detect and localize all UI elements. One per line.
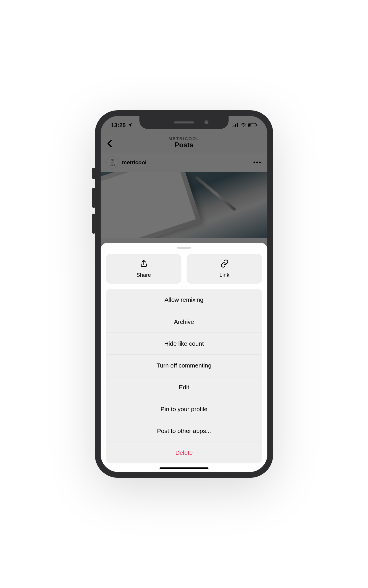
- menu-item-edit[interactable]: Edit: [106, 376, 262, 398]
- menu-item-turn-off-commenting[interactable]: Turn off commenting: [106, 354, 262, 376]
- post-username[interactable]: metricool: [122, 159, 147, 166]
- svg-rect-6: [256, 124, 257, 126]
- device-frame: 13:25: [95, 110, 273, 478]
- menu-item-archive[interactable]: Archive: [106, 311, 262, 332]
- menu-item-allow-remixing[interactable]: Allow remixing: [106, 289, 262, 311]
- link-button[interactable]: Link: [187, 254, 262, 284]
- share-label: Share: [136, 272, 151, 278]
- page-title: Posts: [101, 141, 267, 149]
- menu-item-post-to-other-apps[interactable]: Post to other apps...: [106, 420, 262, 442]
- more-options-button[interactable]: •••: [253, 159, 262, 166]
- menu-item-hide-like-count[interactable]: Hide like count: [106, 332, 262, 354]
- svg-rect-0: [232, 126, 233, 127]
- avatar[interactable]: me tri cool: [106, 156, 118, 169]
- svg-point-4: [243, 126, 244, 127]
- svg-rect-3: [237, 123, 238, 127]
- wifi-icon: [240, 123, 246, 127]
- menu-item-delete[interactable]: Delete: [106, 442, 262, 463]
- status-time: 13:25: [111, 122, 126, 129]
- notch: [139, 116, 229, 129]
- back-button[interactable]: [107, 140, 113, 149]
- share-icon: [139, 259, 148, 269]
- svg-rect-2: [235, 124, 236, 127]
- post-image[interactable]: [101, 172, 267, 238]
- svg-rect-7: [249, 124, 251, 127]
- page-header: METRICOOL Posts: [101, 133, 267, 153]
- action-sheet: Share Link Allow remixing: [101, 243, 267, 472]
- home-indicator[interactable]: [160, 467, 208, 469]
- sheet-grabber[interactable]: [177, 247, 191, 249]
- app-name: METRICOOL: [101, 136, 267, 141]
- action-menu: Allow remixing Archive Hide like count T…: [106, 289, 262, 463]
- post-header: me tri cool metricool •••: [101, 153, 267, 172]
- battery-icon: [248, 123, 257, 127]
- link-label: Link: [219, 272, 229, 278]
- share-button[interactable]: Share: [106, 254, 181, 284]
- menu-item-pin-to-profile[interactable]: Pin to your profile: [106, 398, 262, 420]
- cellular-icon: [232, 123, 238, 127]
- svg-rect-1: [233, 125, 235, 127]
- location-icon: [127, 123, 133, 128]
- link-icon: [220, 259, 229, 269]
